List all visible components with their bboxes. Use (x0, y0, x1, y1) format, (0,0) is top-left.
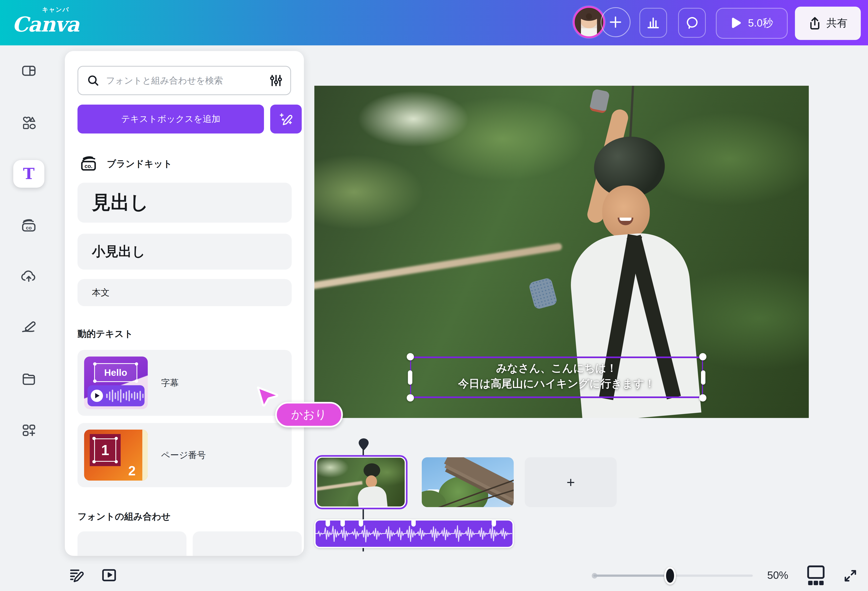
font-combination-tile[interactable] (77, 531, 186, 556)
pages-grid-icon (805, 565, 827, 587)
sidebar-item-design[interactable] (13, 57, 44, 85)
elements-icon (21, 115, 37, 131)
page-number-1-box: 1 (90, 434, 121, 466)
sidebar-item-draw[interactable] (13, 313, 44, 341)
subtitles-label: 字幕 (161, 377, 179, 389)
brand-style-subheading[interactable]: 小見出し (77, 233, 292, 270)
plus-icon: + (567, 474, 575, 491)
dynamic-text-heading: 動的テキスト (77, 328, 133, 340)
play-button[interactable]: 5.0秒 (716, 8, 788, 39)
play-circle-icon (91, 390, 103, 402)
selection-handle-bottom-right[interactable] (699, 394, 706, 402)
face-shape (602, 186, 650, 239)
text-icon: T (23, 166, 34, 182)
apps-icon (21, 423, 37, 439)
plus-icon (609, 15, 622, 29)
brand-kit-icon: co. (79, 154, 99, 173)
font-combination-tile[interactable] (193, 531, 302, 556)
sidebar-item-text[interactable]: T (13, 160, 44, 188)
subtitles-thumbnail: Hello (84, 356, 148, 409)
add-member-button[interactable] (601, 7, 630, 37)
share-upload-icon (808, 16, 821, 31)
page-numbers-thumbnail: 1 2 (84, 430, 148, 480)
clip-1-thumbnail (317, 458, 405, 507)
timeline-clip-2[interactable] (422, 457, 514, 507)
sidebar-item-uploads[interactable] (13, 262, 44, 290)
present-icon (101, 567, 117, 584)
zoom-level[interactable]: 50% (767, 569, 788, 581)
audio-bar-shape (87, 385, 145, 406)
zoom-slider-fill (593, 575, 670, 577)
sidebar: T co (0, 45, 58, 591)
selection-handle-top-right[interactable] (699, 353, 706, 361)
canva-logo[interactable]: キャンバ Canva (12, 4, 84, 41)
filter-sliders-icon[interactable] (269, 74, 283, 87)
top-bar: キャンバ Canva 5.0秒 (0, 0, 868, 45)
sidebar-item-projects[interactable] (13, 365, 44, 393)
brand-style-heading[interactable]: 見出し (77, 183, 292, 223)
collaborator-name-tag: かおり (275, 402, 343, 427)
brand-kit-header[interactable]: co. ブランドキット (79, 154, 172, 173)
page-number-2-text: 2 (128, 463, 136, 479)
audio-track[interactable] (314, 519, 514, 548)
sidebar-item-brand[interactable]: co (13, 211, 44, 239)
selection-handle-bottom-left[interactable] (407, 394, 414, 402)
hello-sample-textbox: Hello (94, 363, 137, 382)
present-button[interactable] (101, 567, 117, 584)
svg-text:co.: co. (84, 163, 93, 169)
dynamic-text-item-subtitles[interactable]: Hello 字幕 (77, 350, 292, 416)
zipline-cable-shape (314, 243, 562, 291)
avatar[interactable] (573, 6, 605, 38)
zoom-slider-thumb[interactable] (664, 567, 676, 585)
magic-write-button[interactable] (270, 105, 302, 133)
comment-bubble-icon (685, 15, 699, 30)
add-textbox-label: テキストボックスを追加 (121, 113, 220, 125)
glove-shape (589, 89, 610, 114)
selection-handle-left[interactable] (408, 370, 412, 385)
notes-button[interactable] (69, 567, 85, 584)
subtitle-textbox[interactable]: みなさん、こんにちは！ 今日は高尾山にハイキングに行きます！ (410, 356, 703, 398)
svg-text:co: co (26, 225, 32, 230)
magic-write-icon (279, 112, 293, 126)
brand-style-body-label: 本文 (92, 287, 109, 298)
font-search[interactable] (77, 66, 291, 95)
brand-icon: co (21, 218, 37, 233)
share-button[interactable]: 共有 (795, 7, 861, 40)
selection-handle-right[interactable] (701, 370, 706, 385)
subtitle-text: みなさん、こんにちは！ 今日は高尾山にハイキングに行きます！ (411, 361, 702, 391)
expand-icon (841, 567, 859, 585)
play-icon (730, 17, 741, 29)
projects-icon (21, 372, 37, 386)
notes-icon (69, 567, 85, 584)
insights-button[interactable] (639, 8, 667, 38)
glove-shape (528, 277, 558, 310)
subtitle-line-2: 今日は高尾山にハイキングに行きます！ (411, 376, 702, 391)
uploads-icon (21, 269, 37, 284)
design-icon (21, 63, 37, 78)
page-numbers-label: ページ番号 (161, 449, 206, 461)
brand-style-subheading-label: 小見出し (92, 242, 145, 260)
sidebar-item-elements[interactable] (13, 109, 44, 137)
comments-button[interactable] (678, 8, 706, 38)
logo-wordmark: Canva (12, 12, 79, 36)
draw-icon (21, 319, 37, 335)
dynamic-text-item-page-numbers[interactable]: 1 2 ページ番号 (77, 423, 292, 487)
bar-chart-icon (646, 15, 660, 30)
search-icon (87, 74, 99, 87)
zoom-slider[interactable] (593, 575, 753, 577)
subtitle-line-1: みなさん、こんにちは！ (411, 361, 702, 376)
search-input[interactable] (106, 75, 269, 86)
timeline-clip-1-selected[interactable] (314, 455, 407, 509)
share-label: 共有 (827, 16, 847, 30)
selection-handle-top-left[interactable] (407, 353, 414, 361)
play-duration: 5.0秒 (748, 16, 773, 30)
brand-style-heading-label: 見出し (92, 190, 149, 215)
hello-sample-text: Hello (104, 367, 127, 378)
pages-view-button[interactable] (805, 565, 827, 587)
add-clip-button[interactable]: + (525, 457, 617, 507)
sidebar-item-apps[interactable] (13, 417, 44, 445)
fullscreen-button[interactable] (841, 567, 859, 585)
add-textbox-button[interactable]: テキストボックスを追加 (77, 105, 264, 133)
brand-style-body[interactable]: 本文 (77, 279, 292, 306)
brand-kit-heading: ブランドキット (107, 158, 172, 170)
